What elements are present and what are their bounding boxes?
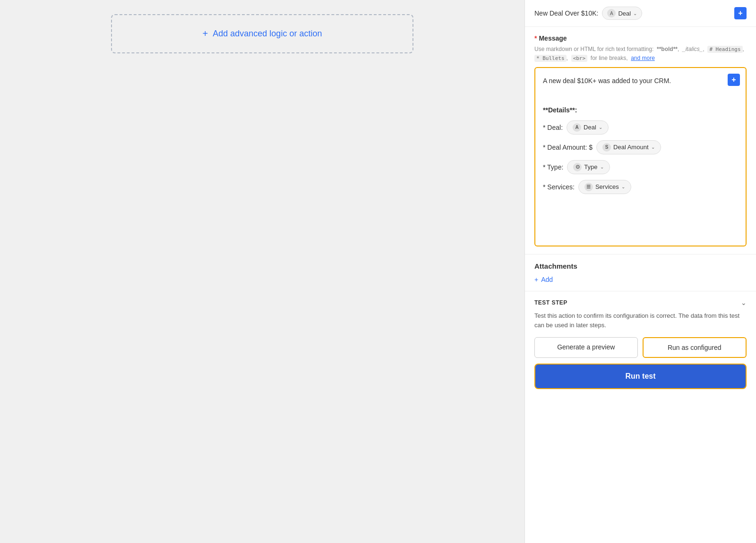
plus-icon: + — [203, 28, 208, 39]
deal-field-label: * Deal: — [543, 124, 563, 131]
deal-amount-chevron-icon: ⌄ — [651, 144, 655, 150]
message-label: *Message — [534, 34, 747, 42]
services-pill[interactable]: ☰ Services ⌄ — [578, 180, 631, 194]
editor-details-line: **Details**: — [543, 105, 738, 115]
collapse-icon[interactable]: ⌄ — [741, 299, 747, 306]
trigger-row: New Deal Over $10K: A Deal ⌄ + — [525, 0, 756, 27]
br-example: <br> — [571, 55, 588, 62]
deal-amount-field-label: * Deal Amount: $ — [543, 144, 593, 151]
and-more-link[interactable]: and more — [631, 55, 655, 61]
test-step-header: TEST STEP ⌄ — [534, 299, 747, 306]
deal-field-row: * Deal: A Deal ⌄ — [543, 120, 738, 135]
left-panel: + Add advanced logic or action — [0, 0, 524, 543]
deal-amount-icon: S — [602, 143, 611, 152]
helper-text: Use markdown or HTML for rich text forma… — [534, 45, 747, 62]
required-star: * — [534, 34, 537, 42]
editor-spacer — [543, 91, 738, 105]
headings-example: # Headings — [707, 46, 742, 53]
trigger-pill[interactable]: A Deal ⌄ — [602, 7, 642, 20]
type-field-label: * Type: — [543, 163, 563, 171]
run-as-configured-button[interactable]: Run as configured — [643, 337, 747, 358]
deal-pill[interactable]: A Deal ⌄ — [567, 120, 609, 135]
deal-chevron-icon: ⌄ — [599, 125, 602, 130]
add-attachment-button[interactable]: + Add — [534, 276, 747, 283]
type-pill-text: Type — [584, 163, 597, 170]
trigger-chevron-icon: ⌄ — [633, 11, 637, 16]
italic-example: _italics_ — [682, 46, 703, 52]
generate-preview-button[interactable]: Generate a preview — [534, 337, 638, 358]
test-step-description: Test this action to confirm its configur… — [534, 311, 747, 330]
test-buttons-row: Generate a preview Run as configured — [534, 337, 747, 358]
type-chevron-icon: ⌄ — [600, 164, 604, 170]
message-section: *Message Use markdown or HTML for rich t… — [525, 27, 756, 254]
add-logic-label: Add advanced logic or action — [213, 29, 322, 39]
editor-plus-button[interactable]: + — [728, 74, 740, 86]
bold-example: **bold** — [657, 46, 678, 52]
deal-icon: A — [573, 123, 581, 132]
editor-intro-line: A new deal $10K+ was added to your CRM. — [543, 76, 738, 86]
bullets-example: * Bullets — [534, 55, 567, 62]
trigger-add-button[interactable]: + — [734, 7, 747, 19]
services-field-label: * Services: — [543, 183, 575, 191]
add-attachment-plus-icon: + — [534, 276, 538, 283]
right-panel: New Deal Over $10K: A Deal ⌄ + *Message … — [524, 0, 756, 543]
services-icon: ☰ — [584, 183, 593, 191]
trigger-pill-text: Deal — [618, 10, 631, 17]
deal-amount-field-row: * Deal Amount: $ S Deal Amount ⌄ — [543, 140, 738, 154]
type-field-row: * Type: ⊙ Type ⌄ — [543, 160, 738, 174]
deal-amount-pill[interactable]: S Deal Amount ⌄ — [596, 140, 661, 154]
attachments-title: Attachments — [534, 262, 747, 270]
services-chevron-icon: ⌄ — [621, 184, 625, 189]
type-pill[interactable]: ⊙ Type ⌄ — [567, 160, 610, 174]
services-pill-text: Services — [595, 183, 619, 190]
trigger-icon: A — [607, 9, 616, 17]
add-attachment-label: Add — [541, 276, 553, 283]
test-step-title: TEST STEP — [534, 299, 567, 306]
services-field-row: * Services: ☰ Services ⌄ — [543, 180, 738, 194]
add-logic-button[interactable]: + Add advanced logic or action — [111, 14, 413, 53]
test-step-section: TEST STEP ⌄ Test this action to confirm … — [525, 291, 756, 397]
message-editor[interactable]: + A new deal $10K+ was added to your CRM… — [534, 67, 747, 246]
deal-pill-text: Deal — [584, 124, 596, 131]
run-test-button[interactable]: Run test — [534, 364, 747, 389]
attachments-section: Attachments + Add — [525, 254, 756, 291]
deal-amount-pill-text: Deal Amount — [613, 144, 648, 151]
trigger-label: New Deal Over $10K: — [534, 9, 598, 17]
type-icon: ⊙ — [573, 163, 582, 171]
